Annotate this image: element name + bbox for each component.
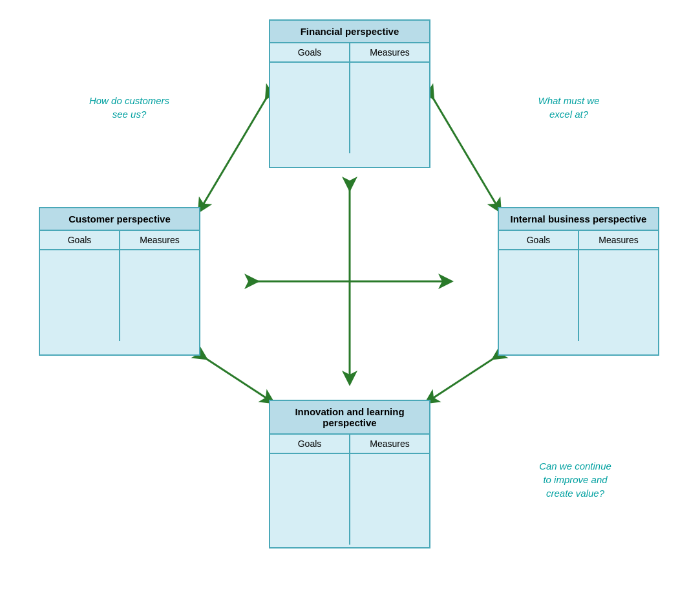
customer-title: Customer perspective: [40, 208, 199, 231]
financial-box: Financial perspective Goals Measures: [269, 19, 430, 168]
innovation-box: Innovation and learning perspective Goal…: [269, 400, 430, 548]
customer-body: [40, 250, 199, 341]
financial-goals-body: [270, 63, 350, 153]
customer-measures-body: [120, 250, 199, 341]
label-what-must-we: What must weexcel at?: [517, 94, 620, 121]
internal-title: Internal business perspective: [499, 208, 658, 231]
innovation-header-row: Goals Measures: [270, 435, 429, 454]
svg-line-0: [202, 94, 269, 207]
canvas: Financial perspective Goals Measures Cus…: [0, 0, 700, 597]
label-can-we-continue: Can we continueto improve andcreate valu…: [517, 459, 633, 500]
internal-body: [499, 250, 658, 341]
financial-body: [270, 63, 429, 153]
svg-line-1: [430, 94, 498, 207]
svg-line-2: [202, 356, 269, 400]
internal-col1-header: Goals: [499, 231, 579, 249]
innovation-title: Innovation and learning perspective: [270, 401, 429, 435]
innovation-col2-header: Measures: [350, 435, 429, 453]
financial-col1-header: Goals: [270, 43, 350, 61]
internal-measures-body: [579, 250, 658, 341]
financial-title: Financial perspective: [270, 21, 429, 43]
customer-col2-header: Measures: [120, 231, 199, 249]
customer-header-row: Goals Measures: [40, 231, 199, 250]
financial-col2-header: Measures: [350, 43, 429, 61]
innovation-body: [270, 454, 429, 545]
customer-box: Customer perspective Goals Measures: [39, 207, 200, 356]
internal-goals-body: [499, 250, 579, 341]
financial-header-row: Goals Measures: [270, 43, 429, 63]
internal-col2-header: Measures: [579, 231, 658, 249]
svg-line-3: [430, 356, 498, 400]
financial-measures-body: [350, 63, 429, 153]
customer-col1-header: Goals: [40, 231, 120, 249]
innovation-measures-body: [350, 454, 429, 545]
internal-box: Internal business perspective Goals Meas…: [498, 207, 659, 356]
internal-header-row: Goals Measures: [499, 231, 658, 250]
label-how-do-customers: How do customerssee us?: [84, 94, 175, 121]
customer-goals-body: [40, 250, 120, 341]
innovation-col1-header: Goals: [270, 435, 350, 453]
innovation-goals-body: [270, 454, 350, 545]
